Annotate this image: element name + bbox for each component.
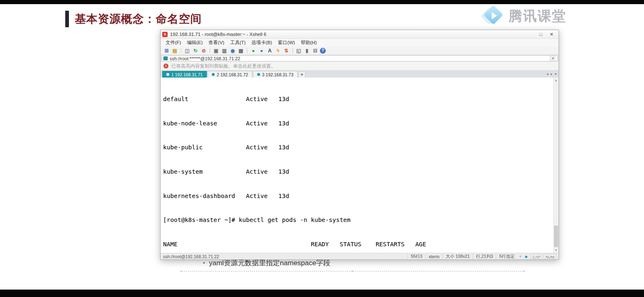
session-tab-label: 2 192.168.31.72 <box>217 72 248 77</box>
window-title: 192.168.31.71 - root@k8s-master:~ - Xshe… <box>170 32 535 37</box>
letterbox-top <box>0 0 644 4</box>
brand-text: 腾讯课堂 <box>509 7 566 26</box>
terminal-line: kube-node-lease Active 13d <box>163 120 552 128</box>
placeholder-handle: + <box>523 269 525 273</box>
toolbar-separator <box>247 48 247 53</box>
title-accent-bar <box>65 11 69 27</box>
terminal-line: kube-public Active 13d <box>163 144 552 152</box>
tab-scroll-right-icon[interactable]: ▸ <box>551 72 552 76</box>
tile-windows-icon[interactable]: ⊟ <box>312 47 319 54</box>
print-icon[interactable]: ▦ <box>237 47 244 54</box>
caps-lock-indicator: CAP <box>531 254 542 259</box>
terminal-scrollbar[interactable]: ▲ ▼ <box>553 78 559 253</box>
status-selection: 5行选定 <box>496 254 517 259</box>
duplicate-tab-icon[interactable]: ◫ <box>184 47 191 54</box>
menu-bar: 文件(F) 编辑(E) 查看(V) 工具(T) 选项卡(B) 窗口(W) 帮助(… <box>161 39 559 47</box>
xshell-window: X 192.168.31.71 - root@k8s-master:~ - Xs… <box>160 30 559 260</box>
menu-help[interactable]: 帮助(H) <box>298 39 319 46</box>
scroll-down-icon[interactable]: ▼ <box>554 248 559 253</box>
notice-text: 已将高亮内容复制到剪贴板。单击此处更改设置。 <box>171 63 276 69</box>
session-status-icon <box>166 73 169 76</box>
toolbar-separator <box>292 48 293 53</box>
status-diamond-icon[interactable]: ◆ <box>523 255 529 259</box>
terminal-line: kube-system Active 13d <box>163 168 552 176</box>
placeholder-handle: + <box>351 269 353 273</box>
terminal-icon <box>163 57 168 60</box>
status-cursor-position: 行,21列3 <box>473 254 496 259</box>
session-dot-icon[interactable]: ● <box>258 47 265 54</box>
num-lock-indicator: NUM <box>544 254 556 259</box>
paste-icon[interactable]: ▥ <box>221 47 228 54</box>
connected-dot-icon[interactable]: ● <box>250 47 257 54</box>
find-icon[interactable]: ◉ <box>229 47 236 54</box>
status-bar: ssh://root@192.168.31.71:22 55行3 xterm 大… <box>161 253 559 259</box>
toolbar-icons: ⊞▤◫↻⊘▣▥◉▦●●Aϟ⇅◱▮⊟? <box>161 47 559 55</box>
letterbox-bottom <box>0 290 644 297</box>
address-row: ssh://root:******@192.168.31.71:22 ▾ <box>161 55 559 62</box>
font-icon[interactable]: A <box>266 47 273 54</box>
toolbar-separator <box>210 48 210 53</box>
copy-icon[interactable]: ▣ <box>213 47 220 54</box>
terminal-line: kubernetes-dashboard Active 13d <box>163 192 552 200</box>
scrollbar-thumb[interactable] <box>554 226 558 247</box>
fullscreen-icon[interactable]: ◱ <box>295 47 302 54</box>
help-icon[interactable]: ? <box>320 48 326 54</box>
terminal-line: default Active 13d <box>163 95 552 104</box>
terminal-line: NAME READY STATUS RESTARTS AGE <box>163 240 552 249</box>
status-item: 55行3 <box>407 254 425 259</box>
menu-file[interactable]: 文件(F) <box>163 39 184 46</box>
session-status-icon <box>212 73 215 76</box>
menu-tab[interactable]: 选项卡(B) <box>249 39 275 46</box>
new-tab-button[interactable]: + <box>298 71 305 78</box>
session-status-icon <box>257 73 260 76</box>
menu-tools[interactable]: 工具(T) <box>227 39 248 46</box>
menu-view[interactable]: 查看(V) <box>206 39 227 46</box>
disconnect-icon[interactable]: ⊘ <box>200 47 207 54</box>
status-connection: ssh://root@192.168.31.71:22 <box>163 254 407 259</box>
window-titlebar[interactable]: X 192.168.31.71 - root@k8s-master:~ - Xs… <box>161 30 559 39</box>
terminal[interactable]: default Active 13d kube-node-lease Activ… <box>161 78 559 253</box>
terminal-output: default Active 13d kube-node-lease Activ… <box>163 79 552 253</box>
lock-icon[interactable]: ▮ <box>303 47 310 54</box>
terminal-line: [root@k8s-master ~]# kubectl get pods -n… <box>163 216 552 224</box>
session-address: ssh://root:******@192.168.31.71:22 <box>170 56 548 61</box>
address-dropdown-icon[interactable]: ▾ <box>550 56 556 61</box>
tencent-classroom-icon <box>481 5 504 27</box>
toolbar-separator <box>181 48 181 53</box>
session-tab-bar: 1 192.168.31.71 2 192.168.31.72 3 192.16… <box>161 71 559 78</box>
notice-alert-icon: ! <box>163 64 168 68</box>
session-tab-label: 1 192.168.31.71 <box>171 72 203 77</box>
tab-menu-icon[interactable]: ▾ <box>555 72 556 76</box>
brand-logo: 腾讯课堂 <box>481 5 566 27</box>
open-session-icon[interactable]: ▤ <box>171 47 178 54</box>
address-combobox[interactable]: ssh://root:******@192.168.31.71:22 ▾ <box>161 55 558 61</box>
play-icon <box>492 12 497 19</box>
status-plus-icon[interactable]: + <box>518 255 523 259</box>
slide-title-block: 基本资源概念：命名空间 <box>65 11 202 27</box>
macro-icon[interactable]: ϟ <box>275 47 282 54</box>
session-tab-3[interactable]: 3 192.168.31.73 <box>253 71 298 78</box>
xshell-app-icon: X <box>162 32 168 37</box>
reconnect-icon[interactable]: ↻ <box>192 47 199 54</box>
maximize-button[interactable]: □ <box>535 31 546 38</box>
close-button[interactable]: ✕ <box>546 31 557 38</box>
bullet-marker: • <box>203 260 205 266</box>
session-tab-1[interactable]: 1 192.168.31.71 <box>162 71 207 78</box>
video-frame: 基本资源概念：命名空间 腾讯课堂 • yaml资源元数据里指定namespace… <box>0 0 644 297</box>
notice-bar: ! 已将高亮内容复制到剪贴板。单击此处更改设置。 <box>161 62 559 71</box>
session-tab-2[interactable]: 2 192.168.31.72 <box>208 71 252 78</box>
new-session-icon[interactable]: ⊞ <box>163 47 170 54</box>
status-terminal-type: xterm <box>425 254 442 259</box>
status-terminal-size: 大小 108x21 <box>442 254 472 259</box>
menu-window[interactable]: 窗口(W) <box>275 39 298 46</box>
slide-title: 基本资源概念：命名空间 <box>75 12 202 26</box>
session-tab-label: 3 192.168.31.73 <box>262 72 294 77</box>
transfer-icon[interactable]: ⇅ <box>283 47 290 54</box>
menu-edit[interactable]: 编辑(E) <box>185 39 205 46</box>
placeholder-handle: + <box>180 269 182 273</box>
scroll-up-icon[interactable]: ▲ <box>554 78 559 83</box>
tab-scroll-left-icon[interactable]: ◂ <box>547 72 548 76</box>
